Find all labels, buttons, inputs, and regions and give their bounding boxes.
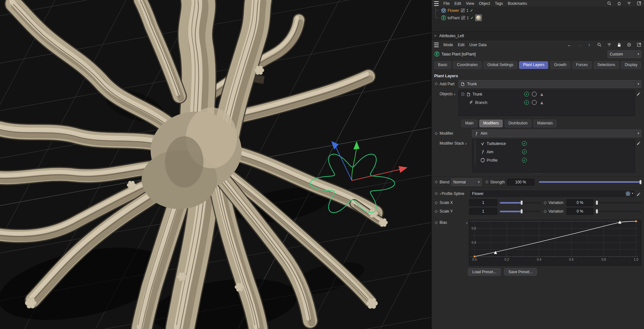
chevron-right-icon[interactable]: › [454, 92, 455, 97]
chevron-right-icon[interactable]: › [440, 191, 441, 196]
tab-basic[interactable]: Basic [434, 61, 451, 69]
profile-spline-field[interactable]: Flower ▼ [470, 190, 635, 198]
menu-mode[interactable]: Mode [443, 43, 453, 47]
filter-icon[interactable] [626, 1, 632, 6]
visibility-dots-icon[interactable] [467, 16, 468, 20]
record-icon[interactable] [626, 42, 632, 47]
blend-dropdown[interactable]: Normal ▼ [451, 178, 482, 186]
enabled-check-icon[interactable]: ✓ [470, 8, 473, 13]
subtab-materials[interactable]: Materials [533, 120, 557, 127]
key-diamond-icon[interactable] [435, 181, 438, 184]
menu-object[interactable]: Object [479, 1, 490, 6]
pen-icon[interactable] [636, 191, 641, 197]
search-icon[interactable] [597, 42, 602, 47]
slider-handle[interactable] [521, 209, 523, 214]
save-preset-button[interactable]: Save Preset... [504, 268, 537, 276]
subtab-main[interactable]: Main [461, 120, 477, 127]
variation-slider[interactable] [596, 202, 641, 204]
enabled-check-icon[interactable]: ✓ [522, 141, 527, 146]
material-thumbnail[interactable] [475, 14, 482, 21]
attributes-panel-header[interactable]: × Attributes_Left [432, 32, 644, 40]
slider-handle[interactable] [596, 200, 598, 205]
list-item-aim[interactable]: Aim ✓ [472, 148, 635, 156]
preset-dropdown[interactable]: Custom ▼ [607, 50, 641, 58]
enabled-check-icon[interactable]: ✓ [522, 149, 527, 154]
menu-tags[interactable]: Tags [495, 1, 503, 6]
key-diamond-icon[interactable] [544, 210, 547, 213]
chevron-down-icon[interactable]: ▼ [635, 80, 641, 88]
scale-x-slider[interactable] [500, 202, 540, 204]
flower-spline-icon[interactable] [625, 191, 631, 196]
variation-value-field[interactable]: 0 % [566, 208, 593, 215]
menu-user-data[interactable]: User Data [469, 43, 487, 47]
bias-curve-editor[interactable]: 0.80.40.00.20.40.60.81.0 [469, 220, 641, 266]
chevron-right-icon[interactable]: › [466, 220, 467, 225]
modifier-dropdown[interactable]: Aim ▼ [472, 130, 641, 137]
object-name[interactable]: toPlant [448, 16, 459, 20]
close-icon[interactable]: × [434, 34, 436, 38]
popout-icon[interactable] [636, 42, 641, 47]
list-item-profile[interactable]: Profile ✓ [472, 156, 635, 164]
collapse-icon[interactable]: − [461, 93, 464, 96]
visibility-dots-icon[interactable] [467, 9, 468, 12]
layer-chip-icon[interactable] [461, 16, 465, 20]
menu-view[interactable]: View [466, 1, 474, 6]
menu-edit[interactable]: Edit [458, 43, 465, 47]
list-item-trunk[interactable]: − Trunk ✓ ▲ [459, 90, 635, 98]
object-row-flower[interactable]: Flower ✓ [432, 7, 644, 14]
tab-selections[interactable]: Selections [594, 61, 619, 69]
key-diamond-icon[interactable] [435, 192, 438, 195]
object-row-toplant[interactable]: toPlant ✓ [432, 14, 644, 21]
viewport-3d[interactable] [0, 0, 431, 329]
drag-handle[interactable]: ······ [432, 173, 644, 175]
key-diamond-icon[interactable] [435, 221, 438, 224]
modifier-stack-list[interactable]: Turbulence ✓ Aim ✓ Profile ✓ [472, 139, 635, 173]
enabled-check-icon[interactable]: ✓ [470, 16, 474, 20]
triangle-icon[interactable]: ▲ [540, 92, 544, 97]
scale-y-value-field[interactable]: 1 [469, 208, 497, 215]
scale-x-value-field[interactable]: 1 [469, 199, 497, 206]
tab-global-settings[interactable]: Global Settings [483, 61, 517, 69]
list-item-branch[interactable]: Branch ✓ ▲ [459, 98, 635, 107]
chevron-down-icon[interactable]: ▼ [635, 51, 641, 58]
tab-coordinates[interactable]: Coordinates [453, 61, 482, 69]
drag-handle[interactable]: ······ [432, 116, 644, 119]
scale-y-slider[interactable] [500, 211, 540, 212]
object-name[interactable]: Flower [448, 8, 459, 13]
pen-icon[interactable] [636, 91, 641, 96]
key-diamond-icon[interactable] [435, 201, 438, 204]
enabled-check-icon[interactable]: ✓ [524, 100, 529, 105]
variation-value-field[interactable]: 0 % [566, 199, 593, 206]
hamburger-menu-icon[interactable] [434, 1, 439, 6]
search-icon[interactable] [607, 1, 612, 6]
slider-handle[interactable] [639, 180, 641, 184]
tab-display[interactable]: Display [621, 61, 641, 69]
plant-parts-list[interactable]: − Trunk ✓ ▲ Branch ✓ [458, 90, 635, 116]
list-item-turbulence[interactable]: Turbulence ✓ [472, 139, 635, 148]
add-part-dropdown[interactable]: Trunk ▼ [458, 80, 641, 88]
popout-icon[interactable] [636, 1, 641, 6]
triangle-icon[interactable]: ▲ [540, 100, 544, 105]
variation-slider[interactable] [596, 211, 641, 212]
chevron-down-icon[interactable]: ▼ [476, 179, 482, 186]
pen-icon[interactable] [636, 140, 641, 146]
chevron-down-icon[interactable]: ▼ [635, 130, 641, 137]
enabled-check-icon[interactable]: ✓ [524, 92, 529, 97]
menu-edit[interactable]: Edit [454, 1, 461, 6]
layer-chip-icon[interactable] [461, 8, 465, 13]
menu-file[interactable]: File [443, 1, 450, 6]
home-icon[interactable] [616, 1, 622, 6]
up-arrow-icon[interactable]: ↑ [587, 42, 592, 47]
tab-growth[interactable]: Growth [550, 61, 570, 69]
subtab-modifiers[interactable]: Modifiers [479, 120, 503, 127]
state-circle-icon[interactable] [532, 92, 537, 97]
back-arrow-icon[interactable]: ← [567, 42, 572, 47]
key-diamond-icon[interactable] [485, 181, 489, 184]
key-diamond-icon[interactable] [544, 201, 547, 204]
hamburger-menu-icon[interactable] [434, 43, 439, 47]
key-diamond-icon[interactable] [435, 82, 438, 86]
filter-icon[interactable] [607, 42, 612, 47]
enabled-check-icon[interactable]: ✓ [522, 158, 527, 163]
slider-handle[interactable] [521, 200, 523, 205]
subtab-distribution[interactable]: Distribution [505, 120, 532, 127]
